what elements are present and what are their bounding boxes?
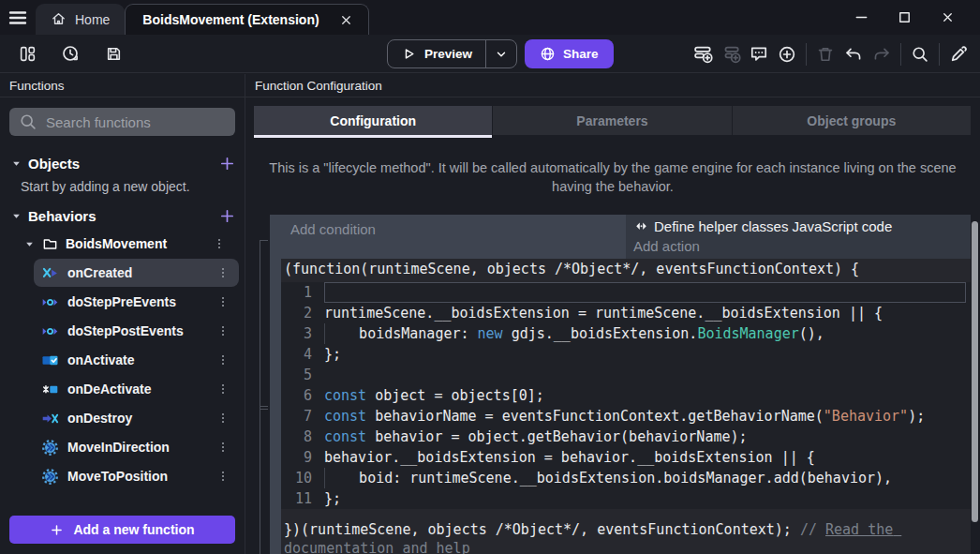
kebab-menu-icon[interactable]	[216, 412, 230, 425]
chevron-expand-icon[interactable]	[11, 211, 22, 221]
add-function-label: Add a new function	[73, 522, 194, 537]
behavior-group-row[interactable]: BoidsMovement	[0, 230, 245, 258]
code-line-4[interactable]: 4};	[281, 344, 971, 365]
toolbar-divider	[939, 43, 940, 66]
code-text	[324, 282, 966, 303]
search-functions-box[interactable]	[9, 108, 235, 136]
toolbar-left-icons	[0, 39, 127, 67]
add-event-button[interactable]	[689, 40, 717, 68]
maximize-button[interactable]	[883, 0, 926, 35]
function-item-onDeActivate[interactable]: onDeActivate	[34, 375, 239, 403]
search-icon	[19, 112, 37, 131]
code-wrapper-open: (function(runtimeScene, objects /*Object…	[281, 259, 971, 282]
save-icon[interactable]	[99, 39, 127, 67]
code-line-3[interactable]: 3 boidsManager: new gdjs.__boidsExtensio…	[281, 323, 971, 344]
kebab-menu-icon[interactable]	[216, 295, 230, 308]
tab-object-groups[interactable]: Object groups	[732, 106, 971, 135]
folder-icon	[42, 236, 58, 252]
function-label: onActivate	[67, 352, 135, 367]
deactivate-icon	[41, 381, 59, 398]
function-item-MoveToPosition[interactable]: MoveToPosition	[34, 462, 239, 490]
kebab-menu-icon[interactable]	[216, 470, 230, 483]
code-editor[interactable]: 12runtimeScene.__boidsExtension = runtim…	[281, 282, 971, 509]
event-drag-bar[interactable]	[270, 215, 281, 554]
function-label: MoveToPosition	[67, 469, 168, 484]
add-behavior-button[interactable]	[219, 208, 235, 224]
tab-configuration[interactable]: Configuration	[254, 106, 492, 135]
code-line-5[interactable]: 5	[281, 365, 971, 385]
function-item-doStepPreEvents[interactable]: doStepPreEvents	[34, 288, 239, 316]
code-line-6[interactable]: 6const object = objects[0];	[281, 385, 971, 406]
code-line-11[interactable]: 11};	[281, 488, 971, 509]
tab-close-icon[interactable]	[337, 11, 355, 29]
add-other-event-button[interactable]	[773, 40, 801, 68]
line-number: 9	[281, 447, 324, 468]
line-number: 6	[281, 385, 324, 406]
kebab-menu-icon[interactable]	[213, 237, 226, 250]
function-label: doStepPreEvents	[67, 294, 176, 309]
panel-layout-icon[interactable]	[13, 39, 41, 67]
function-item-MoveInDirection[interactable]: MoveInDirection	[34, 433, 239, 461]
add-condition-button[interactable]: Add condition	[281, 215, 626, 259]
function-label: onCreated	[67, 265, 132, 280]
step-events-icon	[41, 293, 59, 311]
edit-extension-button[interactable]	[944, 40, 973, 68]
function-item-onActivate[interactable]: onActivate	[34, 346, 239, 374]
add-function-button[interactable]: Add a new function	[9, 516, 235, 544]
add-action-button[interactable]: Add action	[633, 238, 971, 259]
history-icon[interactable]	[56, 39, 84, 67]
kebab-menu-icon[interactable]	[216, 382, 230, 396]
kebab-menu-icon[interactable]	[216, 353, 230, 367]
objects-empty-hint: Start by adding a new object.	[0, 177, 245, 196]
gdevelop-window: Home BoidsMovement (Extension) Preview	[0, 0, 980, 554]
kebab-menu-icon[interactable]	[216, 266, 230, 279]
js-event-title: Define helper classes JavaScript code	[633, 215, 971, 238]
function-label: onDeActivate	[67, 382, 151, 397]
kebab-menu-icon[interactable]	[216, 441, 230, 454]
line-number: 5	[281, 365, 324, 385]
line-number: 2	[281, 303, 324, 323]
function-item-doStepPostEvents[interactable]: doStepPostEvents	[34, 317, 239, 345]
undo-button[interactable]	[839, 40, 868, 68]
events-sheet: Add condition Define helper classes Java…	[245, 215, 980, 554]
code-line-10[interactable]: 10 boid: runtimeScene.__boidsExtension.b…	[281, 468, 971, 488]
line-number: 10	[281, 468, 324, 488]
objects-section-header: Objects	[0, 149, 245, 177]
vertical-scrollbar[interactable]	[972, 221, 978, 522]
minimize-button[interactable]	[839, 0, 883, 35]
share-button[interactable]: Share	[525, 39, 614, 68]
function-label: onDestroy	[67, 411, 132, 426]
preview-button[interactable]: Preview	[387, 39, 517, 68]
tab-extension[interactable]: BoidsMovement (Extension)	[125, 4, 368, 35]
preview-options-button[interactable]	[486, 48, 516, 61]
code-line-7[interactable]: 7const behaviorName = eventsFunctionCont…	[281, 406, 971, 427]
search-button[interactable]	[906, 40, 934, 68]
tab-parameters[interactable]: Parameters	[492, 106, 731, 135]
code-line-1[interactable]: 1	[281, 282, 971, 303]
add-comment-button[interactable]	[745, 40, 773, 68]
code-line-8[interactable]: 8const behavior = object.getBehavior(beh…	[281, 427, 971, 447]
function-item-onCreated[interactable]: onCreated	[34, 259, 239, 287]
page-title: Function Configuration	[245, 74, 980, 97]
code-text: };	[324, 488, 966, 509]
chevron-expand-icon[interactable]	[11, 158, 22, 169]
close-button[interactable]	[926, 0, 969, 35]
add-sub-event-button	[717, 40, 745, 68]
line-number: 7	[281, 406, 324, 427]
globe-icon	[540, 46, 556, 62]
toolbar-right-icons	[689, 39, 973, 68]
code-text: const behavior = object.getBehavior(beha…	[324, 427, 966, 447]
kebab-menu-icon[interactable]	[216, 324, 230, 337]
function-item-onDestroy[interactable]: onDestroy	[34, 404, 239, 432]
main-menu-button[interactable]	[0, 0, 36, 35]
tab-home[interactable]: Home	[36, 4, 125, 35]
configuration-tabs: ConfigurationParametersObject groups	[254, 106, 971, 135]
code-text: boid: runtimeScene.__boidsExtension.boid…	[324, 468, 966, 488]
behavior-group-label: BoidsMovement	[66, 236, 167, 251]
code-text: runtimeScene.__boidsExtension = runtimeS…	[324, 303, 966, 323]
code-line-2[interactable]: 2runtimeScene.__boidsExtension = runtime…	[281, 303, 971, 323]
add-object-button[interactable]	[219, 156, 235, 172]
chevron-expand-icon[interactable]	[24, 239, 35, 249]
code-line-9[interactable]: 9behavior.__boidsExtension = behavior.__…	[281, 447, 971, 468]
search-input[interactable]	[46, 114, 232, 130]
